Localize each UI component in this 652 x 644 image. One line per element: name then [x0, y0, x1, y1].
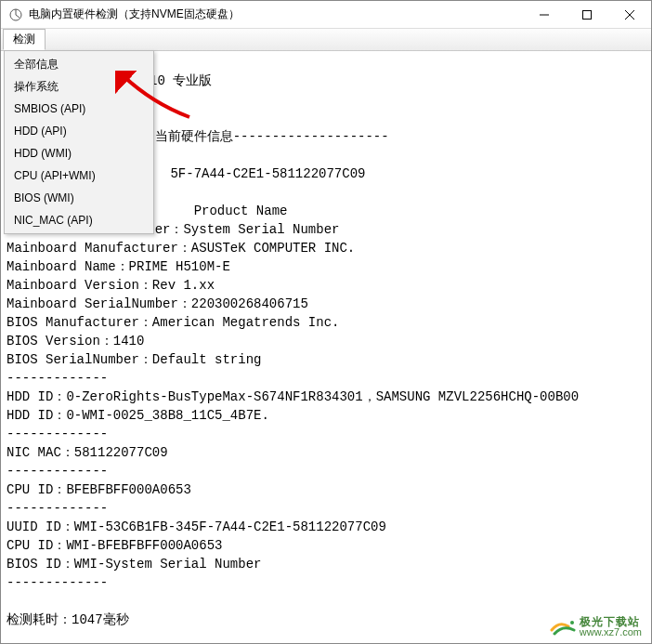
minimize-button[interactable]: [523, 1, 566, 28]
out-line: CPU ID：WMI-BFEBFBFF000A0653: [7, 538, 222, 553]
out-line: -------------: [7, 464, 108, 479]
menu-item-bios[interactable]: BIOS (WMI): [0, 187, 151, 209]
window-title: 电脑内置硬件检测（支持NVME固态硬盘）: [29, 7, 523, 22]
section-dash-right: --------------------: [233, 129, 389, 144]
watermark-logo-icon: [550, 617, 576, 637]
menu-item-os[interactable]: 操作系统: [0, 75, 151, 98]
watermark-text: 极光下载站 www.xz7.com: [580, 616, 642, 637]
guid-fragment: 5F-7A44-C2E1-581122077C09: [170, 166, 365, 181]
out-line: HDD ID：0-WMI-0025_38B8_11C5_4B7E.: [7, 408, 269, 423]
title-bar: 电脑内置硬件检测（支持NVME固态硬盘）: [1, 1, 651, 29]
watermark: 极光下载站 www.xz7.com: [550, 616, 642, 637]
menu-item-cpu[interactable]: CPU (API+WMI): [0, 164, 151, 187]
out-line: -------------: [7, 501, 108, 516]
out-line: CPU ID：BFEBFBFF000A0653: [7, 482, 191, 497]
menu-item-nic-mac[interactable]: NIC_MAC (API): [0, 209, 151, 231]
out-line: BIOS Version：1410: [7, 334, 144, 348]
out-line: -------------: [7, 371, 108, 386]
out-line: HDD ID：0-ZeroRights-BusTypeMax-S674NF1R8…: [7, 389, 579, 404]
menu-detect[interactable]: 检测: [3, 29, 46, 50]
out-line: -------------: [7, 427, 108, 441]
svg-point-5: [570, 621, 574, 624]
out-line: Mainboard SerialNumber：220300268406715: [7, 296, 308, 311]
svg-rect-2: [583, 10, 592, 19]
out-line: Mainboard Version：Rev 1.xx: [7, 278, 215, 293]
window-controls: [523, 1, 651, 28]
app-icon: [8, 7, 23, 22]
section-title: 当前硬件信息: [155, 129, 233, 144]
out-line: UUID ID：WMI-53C6B1FB-345F-7A44-C2E1-5811…: [7, 519, 386, 534]
maximize-button[interactable]: [566, 1, 608, 28]
menu-dropdown: 全部信息 操作系统 SMBIOS (API) HDD (API) HDD (WM…: [4, 50, 154, 234]
menu-bar: 检测: [1, 29, 651, 51]
out-line: Mainboard Manufacturer：ASUSTeK COMPUTER …: [7, 241, 355, 256]
close-button[interactable]: [608, 1, 651, 28]
out-line: BIOS Manufacturer：American Megatrends In…: [7, 315, 339, 330]
menu-item-hdd-wmi[interactable]: HDD (WMI): [0, 142, 151, 164]
out-line: -------------: [7, 575, 108, 590]
menu-item-all-info[interactable]: 全部信息: [0, 53, 151, 75]
out-line: NIC MAC：581122077C09: [7, 445, 168, 460]
out-line: BIOS ID：WMI-System Serial Number: [7, 557, 261, 572]
out-line: Mainboard Name：PRIME H510M-E: [7, 259, 230, 274]
out-line: BIOS SerialNumber：Default string: [7, 352, 261, 367]
menu-item-hdd-api[interactable]: HDD (API): [0, 120, 151, 142]
watermark-url: www.xz7.com: [580, 627, 642, 637]
out-line: 检测耗时：1047毫秒: [7, 612, 129, 627]
menu-item-smbios[interactable]: SMBIOS (API): [0, 98, 151, 120]
product-name-fragment: Product Name: [194, 204, 288, 218]
menu-detect-label: 检测: [13, 32, 35, 47]
